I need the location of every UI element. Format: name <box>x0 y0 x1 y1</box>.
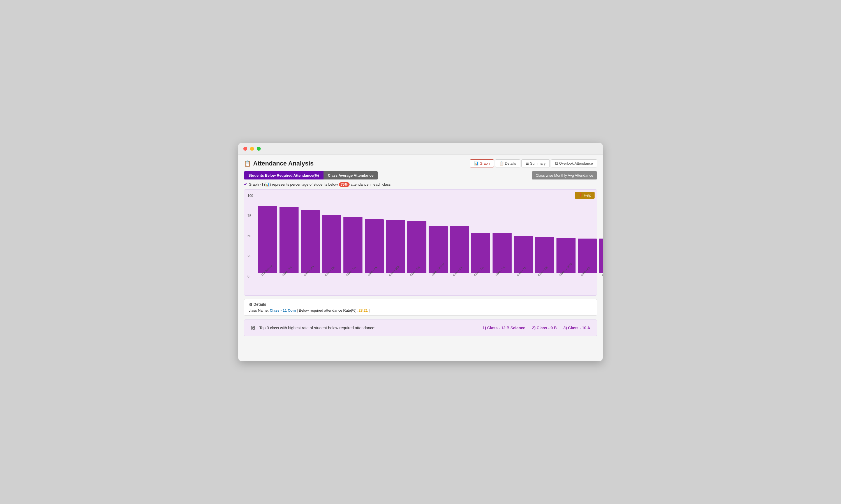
summary-section-icon: ₪ <box>251 325 255 331</box>
bar-group-11[interactable]: Class - 5 B <box>493 233 512 277</box>
bar-1 <box>279 206 298 273</box>
bar-group-8[interactable]: Class - 12 Com <box>429 226 448 277</box>
bar-group-12[interactable]: Class - 7 B <box>514 236 533 277</box>
chart-inner: 0 25 50 75 100 12 B ScienceClass - 9 BCl… <box>258 194 593 278</box>
maximize-dot[interactable] <box>257 147 261 151</box>
threshold-badge: 75% <box>339 182 349 187</box>
overlook-label: Overlook Attendance <box>559 161 593 165</box>
graph-icon: 📊 <box>474 161 479 165</box>
top3-item-1: 1) Class - 12 B Science <box>482 326 525 330</box>
classwise-label: Class wise Monthly Avg Attendance <box>536 173 593 178</box>
bar-16 <box>599 238 603 273</box>
top3-list: 1) Class - 12 B Science 2) Class - 9 B 3… <box>482 326 590 330</box>
info-line: ✔ Graph - I (📊) represents percentage of… <box>244 182 597 186</box>
nav-details-button[interactable]: 📋 Details <box>495 159 520 167</box>
bar-7 <box>407 221 426 273</box>
bar-group-14[interactable]: Class - 4 CBSE <box>556 238 576 277</box>
bar-group-3[interactable]: Class - 3 B <box>322 215 341 277</box>
details-text: class Name: Class - 11 Com | Below requi… <box>248 308 593 312</box>
rate-value: 28.21 <box>359 308 368 312</box>
y-axis: 0 25 50 75 100 <box>247 194 253 278</box>
rate-label: Below required attendance Rate(%): <box>299 308 358 312</box>
y-label-100: 100 <box>247 194 253 197</box>
bar-group-4[interactable]: Class - 6 A <box>343 217 362 277</box>
details-title-text: Details <box>253 302 266 307</box>
bar-group-15[interactable]: Class - 4 B <box>578 238 597 277</box>
nav-overlook-button[interactable]: ₪ Overlook Attendance <box>551 159 597 167</box>
top3-item-3: 3) Class - 10 A <box>564 326 590 330</box>
title-icon: 📋 <box>244 160 251 167</box>
titlebar <box>238 143 603 155</box>
tab-buttons: Students Below Required Attendance(%) Cl… <box>244 172 378 179</box>
minimize-dot[interactable] <box>250 147 254 151</box>
close-dot[interactable] <box>243 147 247 151</box>
class-name-label: class Name: <box>248 308 269 312</box>
bar-group-13[interactable]: Class - 8 B <box>535 237 554 277</box>
details-icon: ₪ <box>248 302 252 307</box>
tab2-label: Class Average Attendance <box>328 173 374 178</box>
bar-chart-icon: 📊 <box>265 182 270 186</box>
nav-summary-button[interactable]: ☰ Summary <box>521 159 550 167</box>
tab-class-average[interactable]: Class Average Attendance <box>324 172 378 179</box>
y-label-50: 50 <box>247 234 253 238</box>
bar-4 <box>343 217 362 273</box>
y-label-0: 0 <box>247 275 253 278</box>
summary-label: Summary <box>530 161 546 165</box>
bar-6 <box>386 220 405 273</box>
summary-section: ₪ Top 3 class with highest rate of stude… <box>244 320 597 336</box>
chart-area: ❓ Help 0 25 50 75 100 12 B ScienceClass … <box>244 189 597 296</box>
check-mark: ✔ <box>244 182 247 186</box>
nav-graph-button[interactable]: 📊 Graph <box>470 159 494 167</box>
details-nav-icon: 📋 <box>499 161 504 165</box>
bar-group-5[interactable]: Class - 9 A <box>365 219 384 277</box>
y-label-25: 25 <box>247 254 253 258</box>
summary-icon: ☰ <box>526 161 529 165</box>
details-title: ₪ Details <box>248 302 593 307</box>
main-content: 📋 Attendance Analysis 📊 Graph 📋 Details … <box>238 155 603 341</box>
bars-container: 12 B ScienceClass - 9 BClass - 10 AClass… <box>258 194 593 278</box>
header-row: 📋 Attendance Analysis 📊 Graph 📋 Details … <box>244 159 597 167</box>
tab1-label: Students Below Required Attendance(%) <box>248 173 319 178</box>
bar-group-2[interactable]: Class - 10 A <box>301 210 320 277</box>
bar-3 <box>322 215 341 273</box>
page-title: 📋 Attendance Analysis <box>244 160 314 167</box>
bar-group-9[interactable]: Class - 5 A <box>450 226 469 277</box>
bar-group-16[interactable]: Class - 3 CBSE <box>599 238 603 277</box>
class-name-value: Class - 11 Com <box>270 308 296 312</box>
classwise-monthly-button[interactable]: Class wise Monthly Avg Attendance <box>532 172 597 179</box>
bar-2 <box>301 210 320 273</box>
top3-item-2: 2) Class - 9 B <box>532 326 557 330</box>
bar-group-7[interactable]: Class - 6 B <box>407 221 426 277</box>
bar-group-0[interactable]: 12 B Science <box>258 206 277 277</box>
bar-group-10[interactable]: Class - 3 A <box>471 233 490 277</box>
overlook-icon: ₪ <box>555 161 558 165</box>
bar-0 <box>258 206 277 273</box>
nav-buttons: 📊 Graph 📋 Details ☰ Summary ₪ Overlook A… <box>470 159 597 167</box>
title-text: Attendance Analysis <box>253 160 314 167</box>
bar-8 <box>429 226 448 273</box>
summary-section-text: Top 3 class with highest rate of student… <box>259 326 478 330</box>
details-section: ₪ Details class Name: Class - 11 Com | B… <box>244 299 597 316</box>
bar-group-6[interactable]: Class - 10 B <box>386 220 405 277</box>
details-nav-label: Details <box>505 161 516 165</box>
app-window: 📋 Attendance Analysis 📊 Graph 📋 Details … <box>238 143 603 361</box>
tab-row: Students Below Required Attendance(%) Cl… <box>244 172 597 179</box>
bar-9 <box>450 226 469 273</box>
graph-label: Graph <box>480 161 490 165</box>
tab-below-required[interactable]: Students Below Required Attendance(%) <box>244 172 324 179</box>
bar-group-1[interactable]: Class - 9 B <box>279 206 298 277</box>
info-text: Graph - I (📊) represents percentage of s… <box>248 182 392 186</box>
bar-5 <box>365 219 384 273</box>
y-label-75: 75 <box>247 214 253 218</box>
